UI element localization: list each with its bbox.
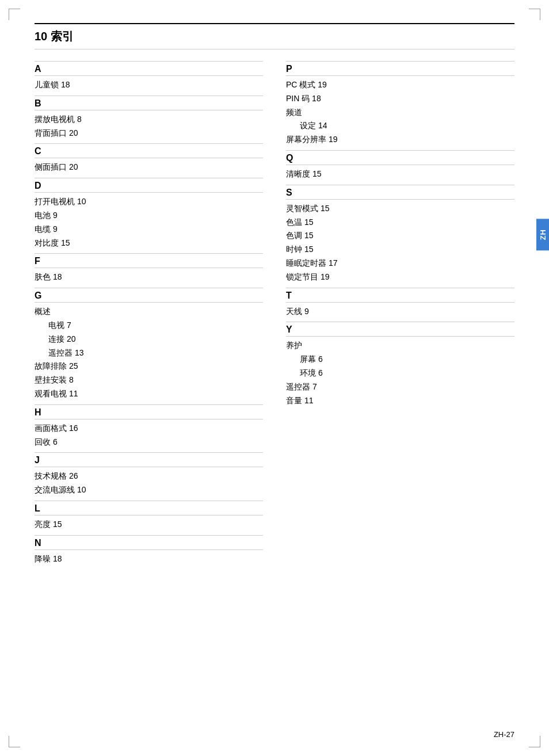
index-entry: 电视 7 <box>35 319 263 333</box>
index-section-d: D打开电视机 10电池 9电缆 9对比度 15 <box>35 178 263 250</box>
index-section-l: L亮度 15 <box>35 501 263 532</box>
index-entry: 灵智模式 15 <box>286 202 514 216</box>
section-header: N <box>35 535 263 550</box>
index-section-n: N降噪 18 <box>35 535 263 566</box>
section-header: B <box>35 96 263 110</box>
section-header: L <box>35 501 263 516</box>
index-entry: PC 模式 19 <box>286 78 514 92</box>
index-section-c: C侧面插口 20 <box>35 143 263 174</box>
section-letter: T <box>286 291 292 300</box>
section-letter: D <box>35 181 41 190</box>
index-entry: 肤色 18 <box>35 270 263 284</box>
index-entry: 交流电源线 10 <box>35 483 263 497</box>
corner-mark-tl <box>9 9 20 20</box>
index-entry: PIN 码 18 <box>286 92 514 106</box>
section-letter: G <box>35 291 41 300</box>
index-entry: 电池 9 <box>35 209 263 223</box>
index-layout: A儿童锁 18B摆放电视机 8背面插口 20C侧面插口 20D打开电视机 10电… <box>35 61 514 570</box>
index-entry: 壁挂安装 8 <box>35 373 263 387</box>
right-column: PPC 模式 19PIN 码 18频道设定 14屏幕分辨率 19Q清晰度 15S… <box>286 61 514 570</box>
left-column: A儿童锁 18B摆放电视机 8背面插口 20C侧面插口 20D打开电视机 10电… <box>35 61 263 570</box>
section-letter: Q <box>286 153 293 163</box>
index-section-y: Y养护屏幕 6环境 6遥控器 7音量 11 <box>286 322 514 407</box>
index-entry: 遥控器 7 <box>286 380 514 394</box>
page-title-bar: 10 索引 <box>35 23 514 49</box>
index-entry: 睡眠定时器 17 <box>286 257 514 270</box>
section-letter: J <box>35 455 40 465</box>
section-header: H <box>35 404 263 419</box>
index-entry: 遥控器 13 <box>35 346 263 360</box>
corner-mark-tr <box>529 9 540 20</box>
index-entry: 画面格式 16 <box>35 422 263 436</box>
index-entry: 屏幕分辨率 19 <box>286 133 514 147</box>
index-entry: 色调 15 <box>286 229 514 243</box>
side-tab: ZH <box>536 219 549 250</box>
index-entry: 屏幕 6 <box>286 353 514 366</box>
index-entry: 音量 11 <box>286 394 514 408</box>
index-section-f: F肤色 18 <box>35 253 263 284</box>
section-header: J <box>35 452 263 467</box>
index-section-q: Q清晰度 15 <box>286 150 514 181</box>
index-entry: 频道 <box>286 106 514 120</box>
index-section-j: J技术规格 26交流电源线 10 <box>35 452 263 497</box>
index-entry: 技术规格 26 <box>35 469 263 483</box>
page-footer: ZH-27 <box>494 730 514 739</box>
section-letter: N <box>35 538 41 548</box>
index-entry: 故障排除 25 <box>35 360 263 373</box>
index-entry: 色温 15 <box>286 216 514 230</box>
section-header: P <box>286 61 514 76</box>
corner-mark-br <box>529 736 540 747</box>
index-entry: 打开电视机 10 <box>35 195 263 209</box>
section-letter: S <box>286 188 292 197</box>
index-entry: 观看电视 11 <box>35 387 263 401</box>
section-header: C <box>35 143 263 158</box>
index-entry: 设定 14 <box>286 119 514 133</box>
index-entry: 侧面插口 20 <box>35 161 263 174</box>
index-section-b: B摆放电视机 8背面插口 20 <box>35 96 263 140</box>
index-section-s: S灵智模式 15色温 15色调 15时钟 15睡眠定时器 17锁定节目 19 <box>286 185 514 284</box>
page-title: 10 索引 <box>35 30 74 43</box>
index-entry: 儿童锁 18 <box>35 78 263 92</box>
section-letter: Y <box>286 324 292 334</box>
index-entry: 摆放电视机 8 <box>35 113 263 127</box>
index-entry: 对比度 15 <box>35 236 263 250</box>
index-entry: 连接 20 <box>35 333 263 346</box>
index-entry: 回收 6 <box>35 436 263 449</box>
index-entry: 天线 9 <box>286 305 514 319</box>
section-header: S <box>286 185 514 200</box>
index-section-t: T天线 9 <box>286 288 514 319</box>
section-header: G <box>35 288 263 303</box>
section-header: A <box>35 61 263 76</box>
index-section-p: PPC 模式 19PIN 码 18频道设定 14屏幕分辨率 19 <box>286 61 514 147</box>
index-section-g: G概述电视 7连接 20遥控器 13故障排除 25壁挂安装 8观看电视 11 <box>35 288 263 401</box>
index-entry: 降噪 18 <box>35 552 263 566</box>
index-entry: 养护 <box>286 339 514 353</box>
index-entry: 概述 <box>35 305 263 319</box>
section-letter: B <box>35 98 41 108</box>
index-section-a: A儿童锁 18 <box>35 61 263 92</box>
index-entry: 背面插口 20 <box>35 127 263 140</box>
index-entry: 环境 6 <box>286 366 514 380</box>
corner-mark-bl <box>9 736 20 747</box>
section-letter: P <box>286 64 292 74</box>
section-letter: L <box>35 503 40 513</box>
section-header: F <box>35 253 263 268</box>
section-letter: C <box>35 146 41 156</box>
index-entry: 时钟 15 <box>286 243 514 257</box>
index-entry: 电缆 9 <box>35 223 263 236</box>
section-header: D <box>35 178 263 193</box>
page-container: ZH 10 索引 A儿童锁 18B摆放电视机 8背面插口 20C侧面插口 20D… <box>0 0 549 756</box>
section-header: Q <box>286 150 514 165</box>
index-section-h: H画面格式 16回收 6 <box>35 404 263 449</box>
section-header: Y <box>286 322 514 337</box>
section-header: T <box>286 288 514 303</box>
section-letter: F <box>35 256 40 266</box>
index-entry: 锁定节目 19 <box>286 270 514 284</box>
index-entry: 清晰度 15 <box>286 167 514 181</box>
index-entry: 亮度 15 <box>35 518 263 532</box>
section-letter: H <box>35 407 41 417</box>
section-letter: A <box>35 64 41 74</box>
